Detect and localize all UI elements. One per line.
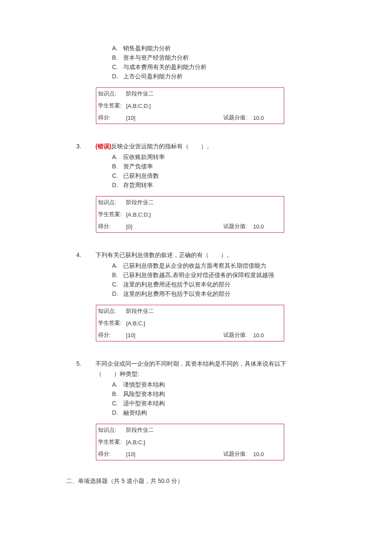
value-question-value: 10.0 [252,112,284,124]
option-letter: B. [112,270,123,280]
value-score: [0] [125,220,222,232]
answer-info-box: 知识点: 阶段作业二 学生答案: [A;B;C;] 得分: [10] 试题分值:… [96,305,284,341]
option-letter: B. [112,389,123,399]
option-D: D.存货周转率 [112,180,392,190]
label-score: 得分: [96,448,125,460]
question-number: 4. [86,250,94,260]
option-letter: A. [112,380,123,389]
option-letter: B. [112,53,123,62]
option-text: 存货周转率 [123,182,153,188]
question-block: 3. (错误)反映企业营运能力的指标有（ ）。 A.应收账款周转率 B.资产负债… [0,141,392,233]
option-letter: A. [112,43,123,53]
label-knowledge: 知识点: [96,424,125,436]
option-letter: D. [112,408,123,417]
option-letter: D. [112,72,123,81]
label-knowledge: 知识点: [96,197,125,208]
option-letter: C. [112,62,123,72]
option-text: 风险型资本结构 [123,390,165,397]
question-text: 下列有关已获利息倍数的叙述，正确的有（ ）。 [95,251,233,258]
value-student-answer: [A;B;C;D;] [125,208,284,220]
option-letter: D. [112,180,123,190]
options-list: A.已获利息倍数是从企业的收益方面考察其长期偿债能力 B.已获利息倍数越高,表明… [112,261,392,298]
label-question-value: 试题分值: [222,448,252,460]
row-score: 得分: [0] 试题分值: 10.0 [96,220,284,232]
label-score: 得分: [96,220,125,232]
option-text: 已获利息倍数越高,表明企业对偿还债务的保障程度就越强 [123,272,274,278]
option-letter: C. [112,399,123,408]
option-letter: A. [112,261,123,270]
row-knowledge: 知识点: 阶段作业二 [96,88,284,100]
question-text: 不同企业或同一企业的不同时期，其资本结构是不同的，具体来说有以下（ ）种类型: [95,360,286,377]
option-text: 已获利息倍数 [123,172,159,179]
label-question-value: 试题分值: [222,329,252,341]
option-A: A.应收账款周转率 [112,152,392,162]
value-question-value: 10.0 [252,448,284,460]
option-B: B.风险型资本结构 [112,389,392,399]
value-knowledge: 阶段作业二 [125,197,284,208]
answer-info-box: 知识点: 阶段作业二 学生答案: [A;B;C;D;] 得分: [10] 试题分… [96,87,284,124]
option-A: A.谨慎型资本结构 [112,380,392,389]
row-student-answer: 学生答案: [A;B;C;] [96,317,284,329]
options-list: A.谨慎型资本结构 B.风险型资本结构 C.适中型资本结构 D.融资结构 [112,380,392,417]
row-knowledge: 知识点: 阶段作业二 [96,424,284,436]
row-score: 得分: [10] 试题分值: 10.0 [96,329,284,341]
option-B: B.资本与资产经营能力分析 [112,53,392,62]
option-text: 资本与资产经营能力分析 [123,54,189,61]
question-number: 3. [86,141,94,151]
label-student-answer: 学生答案: [96,100,125,112]
option-B: B.资产负债率 [112,162,392,171]
option-D: D.融资结构 [112,408,392,417]
question-block: A.销售盈利能力分析 B.资本与资产经营能力分析 C.与成本费用有关的盈利能力分… [0,43,392,124]
value-score: [10] [125,329,222,341]
options-list: A.应收账款周转率 B.资产负债率 C.已获利息倍数 D.存货周转率 [112,152,392,190]
option-B: B.已获利息倍数越高,表明企业对偿还债务的保障程度就越强 [112,270,392,280]
label-student-answer: 学生答案: [96,436,125,448]
row-student-answer: 学生答案: [A;B;C;D;] [96,100,284,112]
option-C: C.适中型资本结构 [112,399,392,408]
label-score: 得分: [96,329,125,341]
value-knowledge: 阶段作业二 [125,424,284,436]
page-container: A.销售盈利能力分析 B.资本与资产经营能力分析 C.与成本费用有关的盈利能力分… [0,0,392,519]
wrong-marker: (错误) [95,143,111,150]
label-knowledge: 知识点: [96,305,125,317]
value-question-value: 10.0 [252,329,284,341]
row-student-answer: 学生答案: [A;B;C;] [96,436,284,448]
option-text: 应收账款周转率 [123,153,165,160]
option-letter: B. [112,162,123,171]
label-question-value: 试题分值: [222,112,252,124]
option-text: 这里的利息费用不包括予以资本化的部分 [123,290,231,297]
value-student-answer: [A;B;C;] [125,436,284,448]
option-D: D.这里的利息费用不包括予以资本化的部分 [112,289,392,298]
option-A: A.销售盈利能力分析 [112,43,392,53]
option-text: 与成本费用有关的盈利能力分析 [123,64,207,70]
option-text: 适中型资本结构 [123,400,165,407]
question-stem: 4. 下列有关已获利息倍数的叙述，正确的有（ ）。 [96,250,392,260]
question-block: 4. 下列有关已获利息倍数的叙述，正确的有（ ）。 A.已获利息倍数是从企业的收… [0,250,392,341]
question-text: 反映企业营运能力的指标有（ ）。 [111,143,213,150]
row-knowledge: 知识点: 阶段作业二 [96,197,284,208]
option-letter: C. [112,280,123,289]
row-knowledge: 知识点: 阶段作业二 [96,305,284,317]
label-score: 得分: [96,112,125,124]
answer-info-table: 知识点: 阶段作业二 学生答案: [A;B;C;] 得分: [10] 试题分值:… [96,305,284,341]
option-A: A.已获利息倍数是从企业的收益方面考察其长期偿债能力 [112,261,392,270]
section-header: 二、单项选择题（共 5 道小题，共 50.0 分） [66,477,392,485]
label-student-answer: 学生答案: [96,208,125,220]
row-score: 得分: [10] 试题分值: 10.0 [96,112,284,124]
label-knowledge: 知识点: [96,88,125,100]
value-knowledge: 阶段作业二 [125,88,284,100]
option-C: C.已获利息倍数 [112,171,392,180]
option-letter: A. [112,152,123,162]
option-C: C.这里的利息费用还包括予以资本化的部分 [112,280,392,289]
row-student-answer: 学生答案: [A;B;C;D;] [96,208,284,220]
option-letter: C. [112,171,123,180]
option-C: C.与成本费用有关的盈利能力分析 [112,62,392,72]
question-number: 5. [86,358,94,369]
option-letter: D. [112,289,123,298]
answer-info-table: 知识点: 阶段作业二 学生答案: [A;B;C;D;] 得分: [0] 试题分值… [96,197,284,232]
answer-info-box: 知识点: 阶段作业二 学生答案: [A;B;C;] 得分: [10] 试题分值:… [96,424,284,460]
option-text: 这里的利息费用还包括予以资本化的部分 [123,281,231,288]
value-knowledge: 阶段作业二 [125,305,284,317]
row-score: 得分: [10] 试题分值: 10.0 [96,448,284,460]
option-text: 上市公司盈利能力分析 [123,73,183,80]
